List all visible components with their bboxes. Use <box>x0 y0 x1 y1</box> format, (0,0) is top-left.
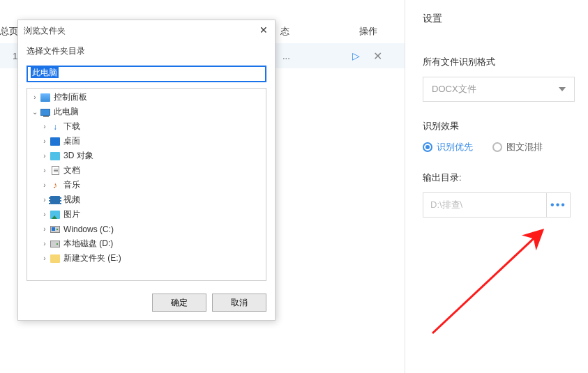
tree-item[interactable]: ›图片 <box>27 207 266 222</box>
expander-icon[interactable]: › <box>30 93 40 101</box>
pic-icon <box>50 209 61 220</box>
folder-path-input[interactable]: 此电脑 <box>27 66 266 82</box>
tree-item[interactable]: ›♪音乐 <box>27 178 266 192</box>
drive-win-icon <box>50 224 61 235</box>
tree-item-label: 文档 <box>63 165 80 176</box>
folder-tree-container: ›控制面板⌄此电脑›↓下载›桌面›3D 对象›文档›♪音乐›视频›图片›Wind… <box>27 88 266 281</box>
folder-icon <box>50 253 61 264</box>
expander-icon[interactable]: › <box>40 240 50 248</box>
expander-icon[interactable]: › <box>40 181 50 189</box>
play-icon[interactable]: ▷ <box>352 50 360 61</box>
browse-folder-dialog: 浏览文件夹 ✕ 选择文件夹目录 此电脑 ›控制面板⌄此电脑›↓下载›桌面›3D … <box>17 20 276 321</box>
expander-icon[interactable]: › <box>40 225 50 233</box>
3d-icon <box>50 151 61 162</box>
tree-item-label: 桌面 <box>63 135 80 147</box>
dialog-titlebar: 浏览文件夹 ✕ <box>18 20 275 41</box>
dialog-subtitle: 选择文件夹目录 <box>18 41 275 66</box>
tree-item-label: 新建文件夹 (E:) <box>63 252 121 264</box>
expander-icon[interactable]: › <box>40 167 50 174</box>
output-row: ••• <box>423 192 571 218</box>
tree-item[interactable]: ›桌面 <box>27 134 266 149</box>
desk-icon <box>50 136 61 147</box>
radio-mixed-label: 图文混排 <box>506 141 543 153</box>
effect-label: 识别效果 <box>423 120 571 132</box>
format-label: 所有文件识别格式 <box>423 56 571 68</box>
tree-item[interactable]: ›控制面板 <box>27 90 266 105</box>
input-selection: 此电脑 <box>31 67 59 78</box>
format-select[interactable]: DOCX文件 <box>423 77 575 102</box>
tree-item-label: 音乐 <box>63 179 80 191</box>
radio-priority[interactable]: 识别优先 <box>423 141 473 153</box>
tree-item-label: 下载 <box>63 121 80 132</box>
expander-icon[interactable]: ⌄ <box>30 108 40 116</box>
tree-item[interactable]: ›3D 对象 <box>27 149 266 163</box>
cancel-button[interactable]: 取消 <box>212 294 266 312</box>
expander-icon[interactable]: › <box>40 211 50 218</box>
ctrl-icon <box>40 92 51 103</box>
tree-item[interactable]: ›新建文件夹 (E:) <box>27 251 266 266</box>
ok-button[interactable]: 确定 <box>152 294 206 312</box>
music-icon: ♪ <box>50 180 61 191</box>
dl-icon: ↓ <box>50 121 61 132</box>
close-icon[interactable]: ✕ <box>257 23 271 37</box>
doc-icon <box>50 165 61 176</box>
radio-icon <box>423 142 432 152</box>
radio-mixed[interactable]: 图文混排 <box>492 141 543 153</box>
tree-item[interactable]: ›↓下载 <box>27 119 266 134</box>
effect-radio-group: 识别优先 图文混排 <box>423 141 571 153</box>
expander-icon[interactable]: › <box>40 152 50 160</box>
col-page: 总页 <box>0 25 18 38</box>
chevron-down-icon <box>559 87 566 91</box>
tree-item-label: Windows (C:) <box>63 224 114 234</box>
remove-icon[interactable]: ✕ <box>373 50 382 63</box>
output-label: 输出目录: <box>423 172 571 184</box>
tree-item[interactable]: ⌄此电脑 <box>27 105 266 119</box>
settings-panel: 设置 所有文件识别格式 DOCX文件 识别效果 识别优先 图文混排 输出目录: … <box>405 0 588 373</box>
browse-output-button[interactable]: ••• <box>547 192 571 218</box>
tree-item[interactable]: ›文档 <box>27 163 266 178</box>
video-icon <box>50 195 61 206</box>
settings-title: 设置 <box>416 0 578 38</box>
tree-item[interactable]: ›本地磁盘 (D:) <box>27 236 266 251</box>
dialog-buttons: 确定 取消 <box>18 287 275 320</box>
drive-icon <box>50 238 61 250</box>
expander-icon[interactable]: › <box>40 123 50 130</box>
expander-icon[interactable]: › <box>40 196 50 204</box>
dialog-title: 浏览文件夹 <box>24 25 66 37</box>
tree-item-label: 3D 对象 <box>63 150 93 162</box>
tree-item-label: 本地磁盘 (D:) <box>63 238 113 250</box>
expander-icon[interactable]: › <box>40 254 50 262</box>
expander-icon[interactable]: › <box>40 137 50 145</box>
col-status: 态 <box>280 25 289 38</box>
output-path-input[interactable] <box>423 192 547 218</box>
tree-item[interactable]: ›Windows (C:) <box>27 222 266 236</box>
tree-item-label: 图片 <box>63 208 80 220</box>
tree-item[interactable]: ›视频 <box>27 192 266 207</box>
folder-tree[interactable]: ›控制面板⌄此电脑›↓下载›桌面›3D 对象›文档›♪音乐›视频›图片›Wind… <box>27 89 266 280</box>
row-status-ellipsis: ... <box>282 51 290 61</box>
tree-item-label: 视频 <box>63 194 80 206</box>
pc-icon <box>40 107 51 118</box>
radio-icon <box>492 142 502 152</box>
radio-priority-label: 识别优先 <box>437 141 473 153</box>
tree-item-label: 控制面板 <box>54 91 87 103</box>
col-action: 操作 <box>359 25 377 38</box>
tree-item-label: 此电脑 <box>54 106 79 118</box>
format-value: DOCX文件 <box>432 83 476 96</box>
